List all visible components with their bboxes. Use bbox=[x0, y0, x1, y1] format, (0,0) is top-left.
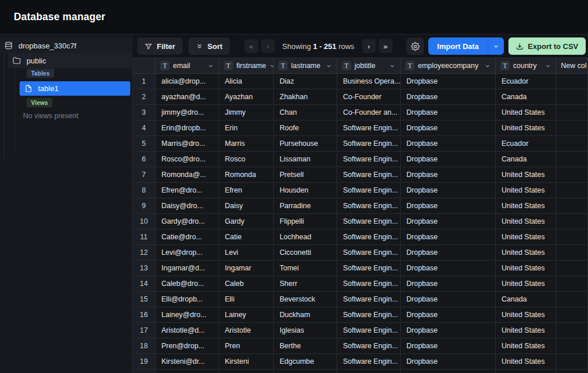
table-cell-firstname[interactable]: Caleb bbox=[219, 276, 274, 292]
table-cell-lastname[interactable]: Iglesias bbox=[274, 323, 337, 338]
row-number-cell[interactable]: 3 bbox=[133, 105, 156, 120]
table-cell-email[interactable]: Elli@dropb... bbox=[156, 292, 219, 307]
sidebar-item-schema[interactable]: public bbox=[8, 53, 133, 68]
table-cell-country[interactable]: Canada bbox=[496, 292, 556, 307]
table-cell-employeecompany[interactable]: Dropbase bbox=[401, 105, 496, 120]
table-cell-employeecompany[interactable]: Dropbase bbox=[401, 183, 496, 198]
table-cell-jobtitle[interactable]: Software Engin... bbox=[337, 229, 401, 245]
table-cell-firstname[interactable]: Jimmy bbox=[219, 105, 274, 120]
table-cell-jobtitle[interactable]: Software Engin... bbox=[337, 276, 401, 292]
table-cell-employeecompany[interactable]: Dropbase bbox=[401, 370, 496, 373]
settings-button[interactable] bbox=[406, 37, 424, 55]
table-cell-lastname[interactable]: Stoddard bbox=[274, 370, 337, 373]
table-cell-country[interactable]: United States bbox=[496, 245, 556, 261]
table-cell-employeecompany[interactable]: Dropbase bbox=[401, 120, 496, 136]
table-cell-firstname[interactable]: Lainey bbox=[219, 307, 274, 323]
table-cell-firstname[interactable]: Kirsteni bbox=[219, 354, 274, 370]
table-cell-email[interactable]: Romonda@... bbox=[156, 167, 219, 183]
table-cell-employeecompany[interactable]: Dropbase bbox=[401, 354, 496, 370]
table-cell-email[interactable]: Erin@dropb... bbox=[156, 120, 219, 136]
table-cell-email[interactable]: Levi@drop... bbox=[156, 245, 219, 261]
table-cell-firstname[interactable]: Erin bbox=[219, 120, 274, 136]
table-cell-firstname[interactable]: Marris bbox=[219, 136, 274, 152]
table-cell-lastname[interactable]: Zhakhan bbox=[274, 89, 337, 105]
table-cell-country[interactable]: United States bbox=[496, 214, 556, 229]
table-cell-employeecompany[interactable]: Dropbase bbox=[401, 276, 496, 292]
table-cell-lastname[interactable]: Beverstock bbox=[274, 292, 337, 307]
table-cell-jobtitle[interactable]: Co-Founder an... bbox=[337, 105, 401, 120]
table-cell-firstname[interactable]: Catie bbox=[219, 229, 274, 245]
table-cell-country[interactable]: United States bbox=[496, 229, 556, 245]
table-cell-employeecompany[interactable]: Dropbase bbox=[401, 338, 496, 354]
row-number-cell[interactable]: 1 bbox=[133, 74, 156, 89]
table-cell-lastname[interactable]: Housden bbox=[274, 183, 337, 198]
table-cell-email[interactable]: Daisy@dro... bbox=[156, 198, 219, 214]
table-cell-jobtitle[interactable]: Software Engin... bbox=[337, 214, 401, 229]
table-cell-firstname[interactable]: Alicia bbox=[219, 74, 274, 89]
import-options-button[interactable] bbox=[488, 37, 504, 55]
sidebar-item-table1[interactable]: table1 bbox=[20, 81, 130, 96]
row-number-cell[interactable]: 2 bbox=[133, 89, 156, 105]
sort-button[interactable]: Sort bbox=[189, 37, 230, 55]
table-cell-email[interactable]: Rosco@dro... bbox=[156, 152, 219, 167]
table-cell-country[interactable]: United States bbox=[496, 276, 556, 292]
last-page-button[interactable]: » bbox=[379, 39, 393, 53]
row-number-cell[interactable]: 9 bbox=[133, 198, 156, 214]
row-number-cell[interactable]: 10 bbox=[133, 214, 156, 229]
export-csv-button[interactable]: Export to CSV bbox=[508, 37, 586, 55]
table-cell-country[interactable]: Canada bbox=[496, 89, 556, 105]
table-cell-jobtitle[interactable]: Software Engin... bbox=[337, 183, 401, 198]
column-header[interactable]: T email bbox=[156, 58, 219, 74]
next-page-button[interactable]: › bbox=[362, 39, 376, 53]
table-cell-email[interactable]: Efren@dro... bbox=[156, 183, 219, 198]
chevron-down-icon[interactable] bbox=[389, 63, 395, 69]
table-cell-employeecompany[interactable]: Dropbase bbox=[401, 229, 496, 245]
table-cell-email[interactable]: Gardy@dro... bbox=[156, 214, 219, 229]
table-cell-jobtitle[interactable]: Co-Founder bbox=[337, 89, 401, 105]
table-cell-country[interactable]: United States bbox=[496, 307, 556, 323]
first-page-button[interactable]: « bbox=[244, 39, 258, 53]
table-cell-lastname[interactable]: Lissaman bbox=[274, 152, 337, 167]
table-cell-firstname[interactable]: Pren bbox=[219, 338, 274, 354]
table-cell-jobtitle[interactable]: Software Engin... bbox=[337, 152, 401, 167]
chevron-down-icon[interactable] bbox=[545, 63, 551, 69]
table-cell-firstname[interactable]: Efren bbox=[219, 183, 274, 198]
table-cell-email[interactable]: Pren@drop... bbox=[156, 338, 219, 354]
table-cell-country[interactable]: United States bbox=[496, 167, 556, 183]
table-cell-lastname[interactable]: Diaz bbox=[274, 74, 337, 89]
table-cell-jobtitle[interactable]: Software Engin... bbox=[337, 307, 401, 323]
row-number-cell[interactable]: 5 bbox=[133, 136, 156, 152]
table-cell-jobtitle[interactable]: Software Engin... bbox=[337, 354, 401, 370]
column-header[interactable]: T jobtitle bbox=[337, 58, 401, 74]
table-cell-employeecompany[interactable]: Dropbase bbox=[401, 152, 496, 167]
table-cell-firstname[interactable]: Ingamar bbox=[219, 261, 274, 276]
table-cell-lastname[interactable]: Tomei bbox=[274, 261, 337, 276]
sidebar-item-database[interactable]: dropbase_330c7f bbox=[0, 38, 133, 53]
table-cell-jobtitle[interactable]: Software Engin... bbox=[337, 167, 401, 183]
chevron-down-icon[interactable] bbox=[208, 63, 214, 69]
prev-page-button[interactable]: ‹ bbox=[261, 39, 275, 53]
filter-button[interactable]: Filter bbox=[137, 37, 183, 55]
table-cell-email[interactable]: Ingamar@d... bbox=[156, 261, 219, 276]
table-cell-email[interactable]: Kirsteni@dr... bbox=[156, 354, 219, 370]
column-header[interactable]: T employeecompany bbox=[401, 58, 496, 74]
row-number-cell[interactable]: 8 bbox=[133, 183, 156, 198]
table-cell-jobtitle[interactable]: Software Engin... bbox=[337, 120, 401, 136]
row-number-cell[interactable]: 13 bbox=[133, 261, 156, 276]
table-cell-lastname[interactable]: Parradine bbox=[274, 198, 337, 214]
table-cell-jobtitle[interactable]: Business Opera... bbox=[337, 74, 401, 89]
table-cell-firstname[interactable]: Daisy bbox=[219, 198, 274, 214]
table-cell-email[interactable]: Aristotle@d... bbox=[156, 323, 219, 338]
table-cell-employeecompany[interactable]: Dropbase bbox=[401, 261, 496, 276]
table-cell-country[interactable]: United States bbox=[496, 261, 556, 276]
table-cell-firstname[interactable]: Gardy bbox=[219, 214, 274, 229]
chevron-down-icon[interactable] bbox=[326, 63, 332, 69]
table-cell-jobtitle[interactable]: Software Engin... bbox=[337, 136, 401, 152]
table-cell-employeecompany[interactable]: Dropbase bbox=[401, 307, 496, 323]
table-cell-employeecompany[interactable]: Dropbase bbox=[401, 323, 496, 338]
table-cell-email[interactable]: Jourdain@... bbox=[156, 370, 219, 373]
table-cell-employeecompany[interactable]: Dropbase bbox=[401, 89, 496, 105]
table-cell-country[interactable]: Ecuador bbox=[496, 74, 556, 89]
import-data-button[interactable]: Import Data bbox=[428, 37, 487, 55]
row-number-cell[interactable]: 17 bbox=[133, 323, 156, 338]
